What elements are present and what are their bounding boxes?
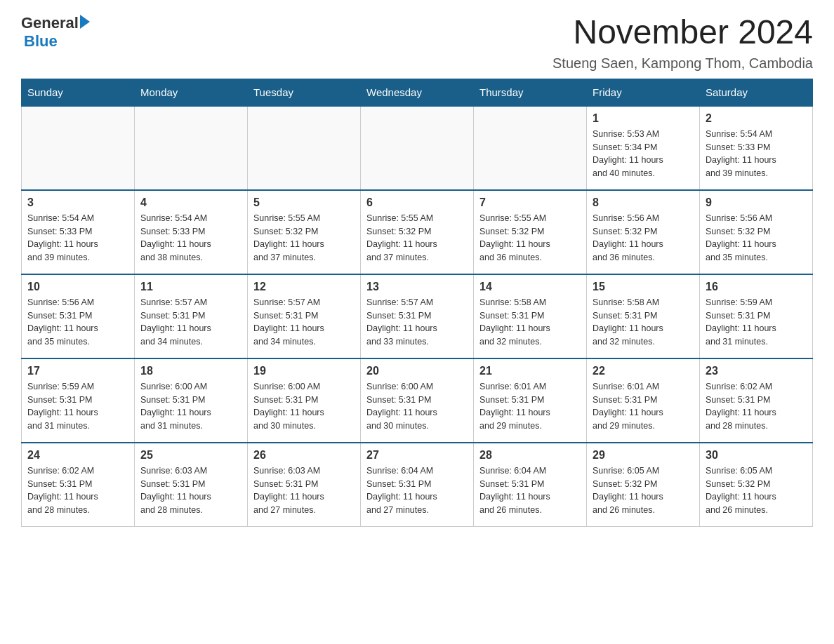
- day-number: 12: [253, 281, 355, 293]
- logo-text-general: General: [21, 14, 79, 32]
- calendar-day-cell: 15Sunrise: 5:58 AM Sunset: 5:31 PM Dayli…: [587, 274, 700, 358]
- sun-info: Sunrise: 6:02 AM Sunset: 5:31 PM Dayligh…: [706, 380, 807, 433]
- calendar-day-cell: 21Sunrise: 6:01 AM Sunset: 5:31 PM Dayli…: [474, 358, 587, 443]
- calendar-day-cell: 16Sunrise: 5:59 AM Sunset: 5:31 PM Dayli…: [700, 274, 813, 358]
- sun-info: Sunrise: 5:58 AM Sunset: 5:31 PM Dayligh…: [593, 296, 694, 349]
- day-number: 17: [27, 365, 128, 377]
- sun-info: Sunrise: 6:05 AM Sunset: 5:32 PM Dayligh…: [706, 464, 807, 517]
- day-number: 18: [140, 365, 241, 377]
- sun-info: Sunrise: 5:59 AM Sunset: 5:31 PM Dayligh…: [706, 296, 807, 349]
- day-number: 9: [706, 196, 807, 209]
- calendar-week-row: 3Sunrise: 5:54 AM Sunset: 5:33 PM Daylig…: [22, 190, 813, 274]
- sun-info: Sunrise: 6:03 AM Sunset: 5:31 PM Dayligh…: [253, 464, 355, 517]
- calendar-day-cell: 13Sunrise: 5:57 AM Sunset: 5:31 PM Dayli…: [361, 274, 474, 358]
- col-monday: Monday: [135, 79, 248, 106]
- sun-info: Sunrise: 5:54 AM Sunset: 5:33 PM Dayligh…: [27, 212, 128, 264]
- logo-text-blue: Blue: [24, 32, 58, 51]
- calendar-week-row: 1Sunrise: 5:53 AM Sunset: 5:34 PM Daylig…: [22, 106, 813, 190]
- sun-info: Sunrise: 5:54 AM Sunset: 5:33 PM Dayligh…: [140, 212, 241, 264]
- day-number: 21: [479, 365, 581, 377]
- calendar-day-cell: 18Sunrise: 6:00 AM Sunset: 5:31 PM Dayli…: [135, 358, 248, 443]
- sun-info: Sunrise: 5:59 AM Sunset: 5:31 PM Dayligh…: [27, 380, 128, 433]
- sun-info: Sunrise: 5:55 AM Sunset: 5:32 PM Dayligh…: [479, 212, 581, 264]
- col-tuesday: Tuesday: [248, 79, 361, 106]
- calendar-week-row: 24Sunrise: 6:02 AM Sunset: 5:31 PM Dayli…: [22, 443, 813, 527]
- sun-info: Sunrise: 5:57 AM Sunset: 5:31 PM Dayligh…: [140, 296, 241, 349]
- calendar-week-row: 10Sunrise: 5:56 AM Sunset: 5:31 PM Dayli…: [22, 274, 813, 358]
- day-number: 4: [140, 196, 241, 209]
- calendar-day-cell: 9Sunrise: 5:56 AM Sunset: 5:32 PM Daylig…: [700, 190, 813, 274]
- calendar-day-cell: 29Sunrise: 6:05 AM Sunset: 5:32 PM Dayli…: [587, 443, 700, 527]
- calendar-day-cell: 19Sunrise: 6:00 AM Sunset: 5:31 PM Dayli…: [248, 358, 361, 443]
- sun-info: Sunrise: 5:58 AM Sunset: 5:31 PM Dayligh…: [479, 296, 581, 349]
- calendar-day-cell: [248, 106, 361, 190]
- day-number: 8: [593, 196, 694, 209]
- logo: General Blue: [21, 14, 90, 51]
- calendar-header-row: Sunday Monday Tuesday Wednesday Thursday…: [22, 79, 813, 106]
- calendar-day-cell: [474, 106, 587, 190]
- calendar-day-cell: [22, 106, 135, 190]
- calendar-day-cell: 7Sunrise: 5:55 AM Sunset: 5:32 PM Daylig…: [474, 190, 587, 274]
- day-number: 11: [140, 281, 241, 293]
- day-number: 23: [706, 365, 807, 377]
- calendar-day-cell: 25Sunrise: 6:03 AM Sunset: 5:31 PM Dayli…: [135, 443, 248, 527]
- calendar-day-cell: 1Sunrise: 5:53 AM Sunset: 5:34 PM Daylig…: [587, 106, 700, 190]
- day-number: 29: [593, 449, 694, 462]
- day-number: 10: [27, 281, 128, 293]
- calendar-day-cell: 10Sunrise: 5:56 AM Sunset: 5:31 PM Dayli…: [22, 274, 135, 358]
- day-number: 27: [366, 449, 468, 462]
- day-number: 26: [253, 449, 355, 462]
- day-number: 15: [593, 281, 694, 293]
- calendar-day-cell: 3Sunrise: 5:54 AM Sunset: 5:33 PM Daylig…: [22, 190, 135, 274]
- day-number: 6: [366, 196, 468, 209]
- day-number: 13: [366, 281, 468, 293]
- page-title: November 2024: [552, 14, 813, 51]
- calendar-day-cell: [135, 106, 248, 190]
- day-number: 28: [479, 449, 581, 462]
- col-friday: Friday: [587, 79, 700, 106]
- sun-info: Sunrise: 6:01 AM Sunset: 5:31 PM Dayligh…: [479, 380, 581, 433]
- sun-info: Sunrise: 5:55 AM Sunset: 5:32 PM Dayligh…: [253, 212, 355, 264]
- sun-info: Sunrise: 5:57 AM Sunset: 5:31 PM Dayligh…: [253, 296, 355, 349]
- calendar-day-cell: 27Sunrise: 6:04 AM Sunset: 5:31 PM Dayli…: [361, 443, 474, 527]
- sun-info: Sunrise: 5:55 AM Sunset: 5:32 PM Dayligh…: [366, 212, 468, 264]
- day-number: 30: [706, 449, 807, 462]
- sun-info: Sunrise: 6:05 AM Sunset: 5:32 PM Dayligh…: [593, 464, 694, 517]
- calendar-day-cell: 22Sunrise: 6:01 AM Sunset: 5:31 PM Dayli…: [587, 358, 700, 443]
- day-number: 25: [140, 449, 241, 462]
- sun-info: Sunrise: 6:01 AM Sunset: 5:31 PM Dayligh…: [593, 380, 694, 433]
- calendar-day-cell: 26Sunrise: 6:03 AM Sunset: 5:31 PM Dayli…: [248, 443, 361, 527]
- calendar-day-cell: 28Sunrise: 6:04 AM Sunset: 5:31 PM Dayli…: [474, 443, 587, 527]
- day-number: 7: [479, 196, 581, 209]
- sun-info: Sunrise: 6:00 AM Sunset: 5:31 PM Dayligh…: [140, 380, 241, 433]
- calendar-day-cell: 20Sunrise: 6:00 AM Sunset: 5:31 PM Dayli…: [361, 358, 474, 443]
- sun-info: Sunrise: 6:04 AM Sunset: 5:31 PM Dayligh…: [366, 464, 468, 517]
- sun-info: Sunrise: 6:03 AM Sunset: 5:31 PM Dayligh…: [140, 464, 241, 517]
- day-number: 16: [706, 281, 807, 293]
- title-section: November 2024 Stueng Saen, Kampong Thom,…: [552, 14, 813, 72]
- logo-arrow-icon: [80, 15, 90, 29]
- day-number: 14: [479, 281, 581, 293]
- calendar-day-cell: 11Sunrise: 5:57 AM Sunset: 5:31 PM Dayli…: [135, 274, 248, 358]
- sun-info: Sunrise: 5:56 AM Sunset: 5:31 PM Dayligh…: [27, 296, 128, 349]
- day-number: 24: [27, 449, 128, 462]
- page-header: General Blue November 2024 Stueng Saen, …: [21, 14, 813, 72]
- calendar-week-row: 17Sunrise: 5:59 AM Sunset: 5:31 PM Dayli…: [22, 358, 813, 443]
- calendar-day-cell: 12Sunrise: 5:57 AM Sunset: 5:31 PM Dayli…: [248, 274, 361, 358]
- calendar-day-cell: [361, 106, 474, 190]
- day-number: 2: [706, 112, 807, 125]
- sun-info: Sunrise: 6:04 AM Sunset: 5:31 PM Dayligh…: [479, 464, 581, 517]
- day-number: 1: [593, 112, 694, 125]
- calendar-day-cell: 17Sunrise: 5:59 AM Sunset: 5:31 PM Dayli…: [22, 358, 135, 443]
- sun-info: Sunrise: 5:57 AM Sunset: 5:31 PM Dayligh…: [366, 296, 468, 349]
- calendar-day-cell: 30Sunrise: 6:05 AM Sunset: 5:32 PM Dayli…: [700, 443, 813, 527]
- col-thursday: Thursday: [474, 79, 587, 106]
- sun-info: Sunrise: 5:54 AM Sunset: 5:33 PM Dayligh…: [706, 128, 807, 180]
- page-subtitle: Stueng Saen, Kampong Thom, Cambodia: [552, 55, 813, 72]
- sun-info: Sunrise: 6:00 AM Sunset: 5:31 PM Dayligh…: [366, 380, 468, 433]
- calendar-day-cell: 8Sunrise: 5:56 AM Sunset: 5:32 PM Daylig…: [587, 190, 700, 274]
- day-number: 5: [253, 196, 355, 209]
- day-number: 19: [253, 365, 355, 377]
- sun-info: Sunrise: 6:00 AM Sunset: 5:31 PM Dayligh…: [253, 380, 355, 433]
- day-number: 22: [593, 365, 694, 377]
